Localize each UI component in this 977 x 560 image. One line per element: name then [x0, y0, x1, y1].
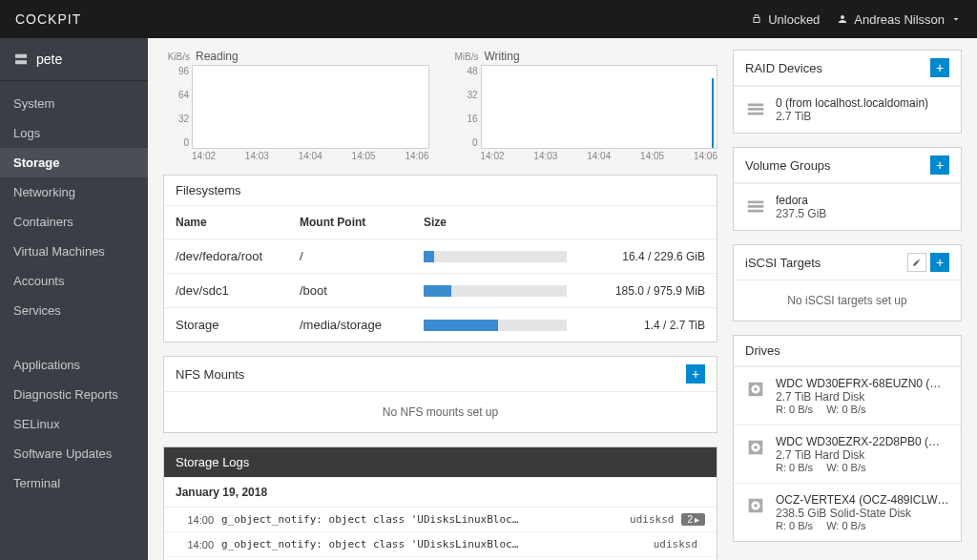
user-menu[interactable]: Andreas Nilsson: [837, 12, 962, 27]
topbar: COCKPIT Unlocked Andreas Nilsson: [0, 0, 977, 38]
nav-system[interactable]: System: [0, 89, 148, 118]
nfs-empty: No NFS mounts set up: [164, 392, 717, 432]
vg-panel: Volume Groups + fedora 237.5 GiB: [733, 147, 962, 231]
drive-row[interactable]: WDC WD30EZRX-22D8PB0 (WD… 2.7 TiB Hard D…: [734, 425, 961, 483]
nav-vms[interactable]: Virtual Machines: [0, 237, 148, 266]
lock-status[interactable]: Unlocked: [751, 12, 820, 27]
unlock-icon: [751, 13, 762, 25]
nav-updates[interactable]: Software Updates: [0, 439, 148, 468]
drive-row[interactable]: OCZ-VERTEX4 (OCZ-489ICLW11… 238.5 GiB So…: [734, 483, 961, 541]
log-row[interactable]: 14:00 g_object_notify: object class 'UDi…: [164, 532, 717, 557]
raid-add-button[interactable]: +: [930, 58, 949, 77]
raid-device-row[interactable]: 0 (from localhost.localdomain) 2.7 TiB: [734, 86, 961, 133]
log-count-badge: 2▸: [681, 513, 705, 526]
nav-secondary: Applications Diagnostic Reports SELinux …: [0, 342, 148, 506]
fs-col-mount: Mount Point: [300, 216, 424, 229]
storage-icon: [745, 98, 766, 119]
nav-selinux[interactable]: SELinux: [0, 409, 148, 439]
raid-panel: RAID Devices + 0 (from localhost.localdo…: [733, 50, 962, 134]
hdd-icon: [745, 495, 766, 516]
nav-applications[interactable]: Applications: [0, 350, 148, 380]
nav-storage[interactable]: Storage: [0, 148, 148, 177]
user-icon: [837, 13, 848, 25]
chart-writing-unit: MiB/s: [452, 52, 479, 62]
iscsi-panel: iSCSI Targets + No iSCSI targets set up: [733, 244, 962, 321]
fs-col-size: Size: [424, 216, 705, 229]
storage-icon: [745, 196, 766, 217]
chart-writing: MiB/s Writing 48 32 16 0: [452, 50, 718, 161]
iscsi-title: iSCSI Targets: [745, 256, 821, 270]
nfs-add-button[interactable]: +: [686, 364, 705, 384]
server-icon: [13, 52, 29, 67]
pencil-icon: [912, 258, 922, 267]
chevron-down-icon: [950, 13, 962, 25]
filesystems-panel: Filesystems Name Mount Point Size /dev/f…: [163, 175, 717, 342]
chart-reading: KiB/s Reading 96 64 32 0: [163, 50, 429, 161]
hdd-icon: [745, 379, 766, 400]
nfs-panel: NFS Mounts + No NFS mounts set up: [163, 356, 717, 433]
drive-row[interactable]: WDC WD30EFRX-68EUZN0 (WD… 2.7 TiB Hard D…: [734, 366, 961, 425]
iscsi-edit-button[interactable]: [907, 253, 926, 272]
filesystems-title: Filesystems: [176, 183, 241, 197]
nav-diagnostics[interactable]: Diagnostic Reports: [0, 380, 148, 409]
hdd-icon: [745, 437, 766, 458]
nav-services[interactable]: Services: [0, 296, 148, 325]
vg-title: Volume Groups: [745, 158, 831, 173]
nav-terminal[interactable]: Terminal: [0, 468, 148, 498]
sidebar: pete System Logs Storage Networking Cont…: [0, 38, 148, 560]
vg-add-button[interactable]: +: [930, 156, 949, 175]
nav-logs[interactable]: Logs: [0, 118, 148, 148]
log-row[interactable]: 14:00 g_object_notify: object class 'UDi…: [164, 508, 717, 532]
chart-writing-label: Writing: [485, 50, 520, 63]
iscsi-add-button[interactable]: +: [930, 253, 949, 272]
chart-reading-label: Reading: [196, 50, 239, 63]
brand: COCKPIT: [15, 11, 81, 27]
nav-containers[interactable]: Containers: [0, 207, 148, 237]
drives-title: Drives: [745, 343, 780, 358]
fs-row[interactable]: Storage /media/storage 1.4 / 2.7 TiB: [164, 308, 717, 342]
nfs-title: NFS Mounts: [176, 367, 244, 382]
fs-row[interactable]: /dev/fedora/root / 16.4 / 229.6 GiB: [164, 239, 717, 274]
fs-row[interactable]: /dev/sdc1 /boot 185.0 / 975.9 MiB: [164, 274, 717, 308]
nav-accounts[interactable]: Accounts: [0, 266, 148, 296]
iscsi-empty: No iSCSI targets set up: [734, 280, 961, 321]
nav-primary: System Logs Storage Networking Container…: [0, 81, 148, 333]
logs-panel: Storage Logs January 19, 2018 14:00 g_ob…: [163, 446, 717, 560]
logs-date: January 19, 2018: [164, 478, 717, 508]
vg-row[interactable]: fedora 237.5 GiB: [734, 183, 961, 230]
chart-reading-unit: KiB/s: [163, 52, 190, 62]
raid-title: RAID Devices: [745, 61, 822, 75]
nav-networking[interactable]: Networking: [0, 177, 148, 207]
logs-title: Storage Logs: [176, 455, 249, 469]
drives-panel: Drives WDC WD30EFRX-68EUZN0 (WD… 2.7 TiB…: [733, 335, 962, 542]
fs-col-name: Name: [176, 216, 300, 229]
host-selector[interactable]: pete: [0, 38, 148, 81]
